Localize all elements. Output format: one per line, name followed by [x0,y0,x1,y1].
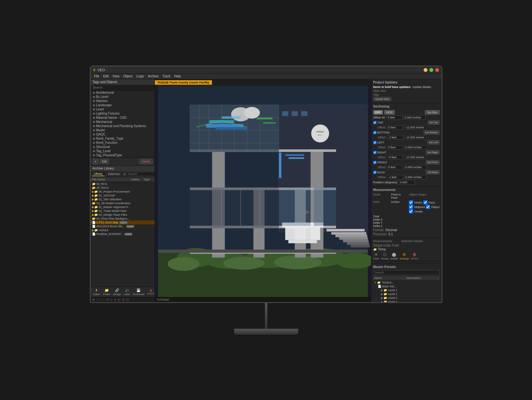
tree-item-landscape[interactable]: ▶Landscape [91,103,155,107]
snap-midpoint-checkbox[interactable] [409,205,413,209]
preset-item-701814[interactable]: ▼ 📁 701814... [373,281,440,284]
tree-item-revit-function[interactable]: ▶Revit_Function [91,141,155,145]
viewport-tab[interactable]: 7018146 Travis County Courts Facility [155,80,212,85]
section-off-toggle[interactable]: OFF [373,110,383,115]
section-top-inches-input[interactable] [404,125,426,130]
presets-search-input[interactable] [373,270,440,275]
sel-group-tool[interactable]: ⬡Group [381,252,388,260]
filter-icon[interactable]: ▾ [123,172,125,176]
viewport[interactable]: 7018146 Travis County Courts Facility [155,79,371,302]
section-rotation-input[interactable] [399,180,415,185]
menu-logic[interactable]: Logic [135,74,146,78]
archive-label-button[interactable]: 🏷Label [123,288,131,296]
tree-item-lighting[interactable]: ▶Lighting Fixtures [91,111,155,116]
file-item-masteralign[interactable]: ▶📁01_Master Alignment F... [91,205,155,209]
archive-search-input[interactable] [126,172,154,176]
file-item-floorplan[interactable]: 📂04_Floor Plan Backgrou... [91,217,155,221]
section-front-inches-input[interactable] [404,165,426,170]
project-update-btn[interactable]: Update Now [373,97,391,101]
sel-isolate-tool[interactable]: ⬤Isolate [390,252,398,260]
menu-view[interactable]: View [111,74,121,78]
section-set-left-btn[interactable]: Set Left [427,140,440,144]
tree-item-level[interactable]: ▶Level [91,107,155,111]
archive-tab-selection[interactable]: Selection [106,172,122,176]
tree-item-model[interactable]: ▶Model [91,128,155,132]
file-item-trademodel[interactable]: ▶📁02_Trade Model Files [91,209,155,213]
file-item-designteam[interactable]: ▶📁03_Design Team Files [91,213,155,217]
section-offset-all-inches[interactable] [403,115,426,120]
section-front-offset-input[interactable] [387,165,403,170]
tags-add-button[interactable]: + [93,159,98,164]
file-item-boom[interactable]: 📄09122019 Boom Blo...DWG [91,224,155,228]
tree-item-interiors[interactable]: ▶Interiors [91,99,155,103]
file-item-35vdco[interactable]: 📂35 VDCO [91,186,155,190]
snap-center-checkbox[interactable] [409,209,413,213]
tree-item-taglevel[interactable]: ▶Tag_Level [91,149,155,153]
file-item-siteutilization[interactable]: ▶📁02_Site Utilization [91,197,155,201]
section-left-offset-input[interactable] [387,145,403,150]
file-item-procurement[interactable]: ▶📁00_Project Procurement [91,190,155,194]
menu-edit[interactable]: Edit [102,74,110,78]
tags-search-input[interactable] [91,85,155,91]
file-item-03rcs[interactable]: 📁03_RCS [91,182,155,186]
preset-item-level4[interactable]: ▶ 📁 Level 4 [373,300,440,302]
section-set-front-btn[interactable]: Set Front [426,160,440,164]
section-top-offset-input[interactable] [387,125,403,130]
sel-clear-tool[interactable]: ✕Clear [373,252,379,260]
file-item-fs1-101a[interactable]: 📄2-FS1-101A.dwgDWG [91,221,155,224]
tree-item-mechanical[interactable]: ▶Mechanical [91,120,155,124]
tree-item-revit-family[interactable]: ▶Revit_Family_Type [91,136,155,141]
section-setbox-btn[interactable]: Set Box [425,110,440,115]
section-bottom-offset-input[interactable] [387,135,403,140]
archive-delete-button[interactable]: 🗑Delete [146,289,154,295]
snap-vertex-checkbox[interactable] [409,200,413,204]
preset-item-basicma[interactable]: 📄 Basic Ma... [373,284,440,288]
section-left-checkbox[interactable] [373,141,376,144]
preset-item-level3[interactable]: ▶ 📁 Level 3 [373,296,440,300]
snap-object-checkbox[interactable] [426,205,430,209]
file-item-3dcoord[interactable]: 📂03_3D Model Coordination [91,201,155,205]
menu-archive[interactable]: Archive [146,74,160,78]
tree-item-architectural[interactable]: ▶Architectural [91,91,155,95]
tree-item-tagphysical[interactable]: ▶Tag_PhysicalType [91,153,155,157]
section-set-bottom-btn[interactable]: Set Bottom [424,130,440,135]
section-back-inches-input[interactable] [404,175,426,179]
close-button[interactable] [435,68,439,72]
tags-edit-button[interactable]: Edit [100,159,109,164]
menu-help[interactable]: Help [173,74,182,78]
section-set-back-btn[interactable]: Set Back [426,170,439,174]
menu-file[interactable]: File [93,74,101,78]
section-left-inches-input[interactable] [404,145,426,150]
tags-delete-button[interactable]: Delete [139,159,152,164]
section-bottom-checkbox[interactable] [373,131,376,134]
archive-assign-button[interactable]: 🔗Assign [112,288,122,296]
tree-item-material[interactable]: ▶Material Name - CAD [91,116,155,120]
maximize-button[interactable] [429,68,433,72]
section-top-checkbox[interactable] [373,121,376,124]
archive-download-button[interactable]: 💾Download [132,288,145,296]
section-right-offset-input[interactable] [387,155,403,160]
section-bottom-inches-input[interactable] [404,135,426,140]
section-right-inches-input[interactable] [404,155,426,160]
section-back-checkbox[interactable] [373,171,376,174]
snap-face-checkbox[interactable] [423,200,427,204]
tree-item-structural[interactable]: ▶Structural [91,145,155,149]
file-item-finaldar[interactable]: 📄FinalDar_EODDEP...DWG [91,232,155,236]
section-back-offset-input[interactable] [387,175,403,179]
tree-item-bylevel[interactable]: ▶By Level [91,95,155,99]
file-item-vdcovp[interactable]: ▶📁01_VDCOvP [91,194,155,197]
menu-track[interactable]: Track [161,74,172,78]
section-offset-all-input[interactable] [386,115,402,120]
section-set-right-btn[interactable]: Set Right [426,150,440,154]
sel-settings-tool[interactable]: ⚙Settings [400,252,409,260]
preset-item-level2[interactable]: ▶ 📁 Level 2 [373,292,440,296]
preset-item-level1[interactable]: ▶ 📁 Level 1 [373,288,440,292]
file-item-archive[interactable]: ▶📁Archive [91,228,155,232]
minimize-button[interactable] [424,68,427,72]
section-right-checkbox[interactable] [373,151,376,154]
section-hide-toggle[interactable]: HIDE [384,110,395,115]
archive-tab-library[interactable]: Library [92,172,105,176]
sel-delete-tool[interactable]: 🗑Delete [411,252,418,260]
menu-object[interactable]: Object [122,74,134,78]
tree-item-qaqc[interactable]: ▶QAQC [91,132,155,136]
